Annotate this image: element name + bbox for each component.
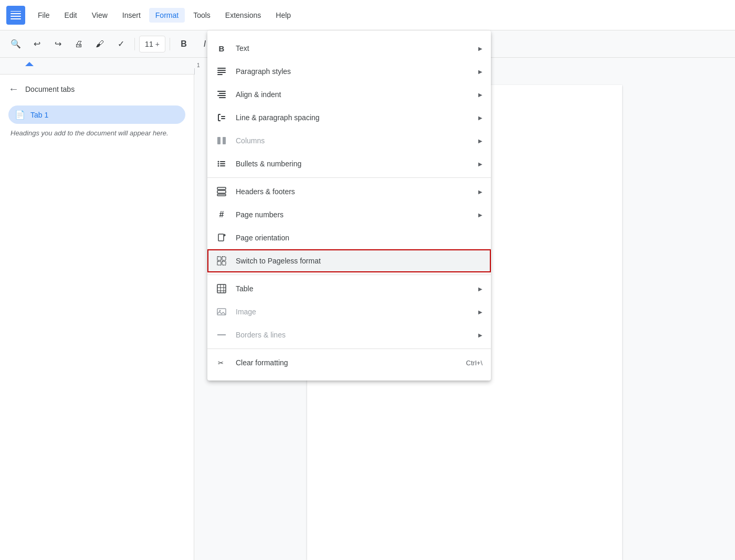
- print-button[interactable]: 🖨: [69, 35, 88, 54]
- svg-rect-17: [219, 97, 226, 98]
- svg-rect-15: [219, 93, 226, 94]
- format-switch-pageless-item[interactable]: Switch to Pageless format: [207, 249, 491, 272]
- page-numbers-icon: #: [216, 209, 227, 220]
- app-icon: [6, 6, 25, 25]
- font-size-plus[interactable]: +: [155, 40, 160, 48]
- align-indent-icon: [216, 89, 227, 100]
- format-text-item[interactable]: B Text ▶: [207, 37, 491, 60]
- format-clear-formatting-item[interactable]: ✂ Clear formatting Ctrl+\: [207, 351, 491, 374]
- bullets-label: Bullets & numbering: [236, 160, 470, 168]
- svg-rect-34: [218, 234, 224, 241]
- headers-footers-label: Headers & footers: [236, 187, 470, 196]
- redo-button[interactable]: ↪: [48, 35, 67, 54]
- menu-item-file[interactable]: File: [32, 8, 56, 23]
- svg-point-27: [218, 163, 219, 165]
- font-size-box[interactable]: 11 +: [139, 36, 165, 52]
- format-headers-footers-item[interactable]: Headers & footers ▶: [207, 180, 491, 203]
- menu-item-edit[interactable]: Edit: [58, 8, 83, 23]
- format-columns-item[interactable]: Columns ▶: [207, 129, 491, 152]
- tab-1-label: Tab 1: [30, 111, 48, 119]
- sidebar: ← Document tabs 📄 Tab 1 Headings you add…: [0, 75, 194, 560]
- svg-point-29: [218, 165, 219, 167]
- borders-lines-icon: [216, 329, 227, 341]
- paragraph-styles-arrow: ▶: [478, 69, 482, 75]
- format-section-1: B Text ▶ Paragraph styles ▶: [207, 35, 491, 177]
- page-numbers-label: Page numbers: [236, 210, 470, 219]
- svg-rect-28: [220, 163, 225, 164]
- app-icon-line-3: [10, 16, 21, 17]
- menu-item-help[interactable]: Help: [269, 8, 297, 23]
- app-icon-line-4: [10, 18, 21, 19]
- app-icon-line-2: [10, 13, 21, 14]
- columns-label: Columns: [236, 136, 470, 145]
- format-section-3: Table ▶ Image ▶ Borders & lines: [207, 274, 491, 348]
- sidebar-title: Document tabs: [25, 85, 75, 93]
- svg-rect-26: [220, 161, 225, 162]
- svg-rect-10: [217, 68, 226, 69]
- clear-formatting-icon: ✂: [216, 357, 227, 368]
- format-line-spacing-item[interactable]: Line & paragraph spacing ▶: [207, 106, 491, 129]
- svg-text:1: 1: [197, 62, 200, 68]
- svg-rect-36: [222, 257, 226, 260]
- paragraph-styles-label: Paragraph styles: [236, 67, 470, 76]
- svg-rect-37: [217, 261, 221, 265]
- svg-rect-22: [221, 118, 225, 119]
- columns-arrow: ▶: [478, 138, 482, 144]
- borders-lines-label: Borders & lines: [236, 331, 470, 339]
- format-image-item[interactable]: Image ▶: [207, 300, 491, 323]
- bold-button[interactable]: B: [174, 35, 193, 54]
- format-page-orientation-item[interactable]: Page orientation: [207, 226, 491, 249]
- undo-button[interactable]: ↩: [27, 35, 46, 54]
- search-button[interactable]: 🔍: [6, 35, 25, 54]
- bullets-arrow: ▶: [478, 161, 482, 167]
- clear-formatting-shortcut: Ctrl+\: [466, 359, 482, 367]
- svg-rect-14: [217, 91, 226, 92]
- svg-rect-16: [217, 95, 226, 96]
- clear-formatting-label: Clear formatting: [236, 358, 458, 367]
- svg-text:✂: ✂: [218, 359, 224, 367]
- indent-marker: [25, 62, 34, 72]
- svg-rect-21: [221, 116, 225, 117]
- format-section-4: ✂ Clear formatting Ctrl+\: [207, 348, 491, 376]
- text-label: Text: [236, 44, 470, 52]
- text-arrow: ▶: [478, 46, 482, 51]
- svg-rect-23: [217, 137, 220, 144]
- format-borders-lines-item[interactable]: Borders & lines ▶: [207, 323, 491, 346]
- bullets-icon: [216, 158, 227, 170]
- page-orientation-icon: [216, 232, 227, 244]
- align-indent-arrow: ▶: [478, 92, 482, 98]
- format-align-indent-item[interactable]: Align & indent ▶: [207, 83, 491, 106]
- back-button[interactable]: ←: [8, 83, 19, 95]
- menu-item-format[interactable]: Format: [149, 8, 185, 23]
- svg-rect-24: [223, 137, 226, 144]
- table-label: Table: [236, 284, 470, 293]
- align-indent-label: Align & indent: [236, 90, 470, 99]
- format-bullets-item[interactable]: Bullets & numbering ▶: [207, 152, 491, 175]
- svg-rect-33: [217, 194, 226, 196]
- toolbar-divider-1: [134, 38, 135, 50]
- menu-item-extensions[interactable]: Extensions: [219, 8, 267, 23]
- text-icon: B: [216, 43, 227, 54]
- page-numbers-arrow: ▶: [478, 212, 482, 218]
- format-paragraph-styles-item[interactable]: Paragraph styles ▶: [207, 60, 491, 83]
- paint-format-button[interactable]: 🖌: [90, 35, 109, 54]
- tab-1-item[interactable]: 📄 Tab 1: [8, 105, 185, 124]
- image-icon: [216, 306, 227, 318]
- app-icon-lines: [10, 11, 21, 19]
- svg-rect-39: [217, 284, 226, 293]
- menu-item-view[interactable]: View: [86, 8, 114, 23]
- menu-item-tools[interactable]: Tools: [187, 8, 217, 23]
- svg-rect-12: [217, 72, 226, 73]
- svg-rect-13: [217, 74, 223, 75]
- line-spacing-arrow: ▶: [478, 115, 482, 121]
- svg-marker-9: [25, 62, 34, 66]
- format-table-item[interactable]: Table ▶: [207, 277, 491, 300]
- svg-rect-31: [217, 187, 226, 189]
- columns-icon: [216, 135, 227, 146]
- page-orientation-label: Page orientation: [236, 234, 482, 242]
- paragraph-styles-icon: [216, 66, 227, 77]
- svg-rect-32: [217, 191, 226, 193]
- format-page-numbers-item[interactable]: # Page numbers ▶: [207, 203, 491, 226]
- menu-item-insert[interactable]: Insert: [116, 8, 147, 23]
- spell-check-button[interactable]: ✓: [111, 35, 130, 54]
